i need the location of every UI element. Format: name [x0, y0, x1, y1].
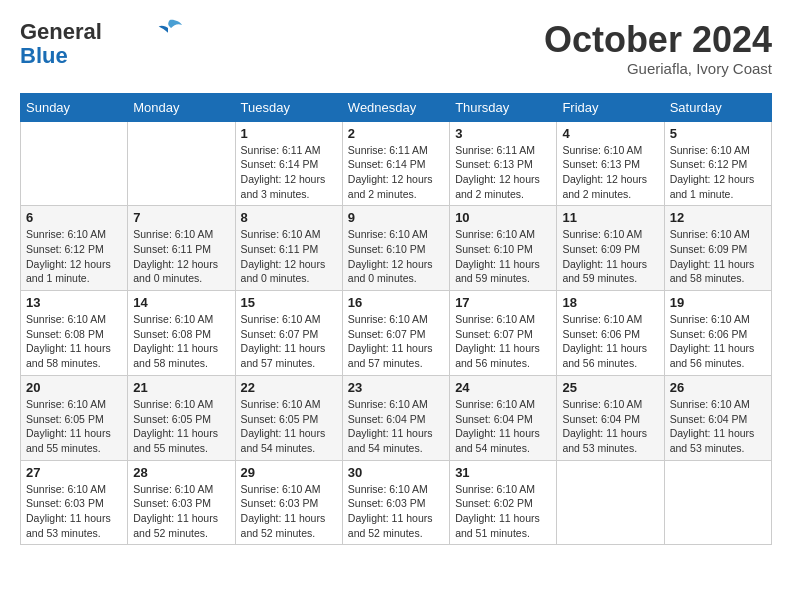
logo-general: General: [20, 19, 102, 44]
location-text: Gueriafla, Ivory Coast: [544, 60, 772, 77]
calendar-cell: 18Sunrise: 6:10 AM Sunset: 6:06 PM Dayli…: [557, 291, 664, 376]
day-info: Sunrise: 6:10 AM Sunset: 6:08 PM Dayligh…: [26, 312, 122, 371]
day-info: Sunrise: 6:10 AM Sunset: 6:10 PM Dayligh…: [455, 227, 551, 286]
weekday-header-saturday: Saturday: [664, 93, 771, 121]
day-number: 12: [670, 210, 766, 225]
day-info: Sunrise: 6:10 AM Sunset: 6:12 PM Dayligh…: [26, 227, 122, 286]
day-info: Sunrise: 6:10 AM Sunset: 6:04 PM Dayligh…: [348, 397, 444, 456]
day-info: Sunrise: 6:10 AM Sunset: 6:06 PM Dayligh…: [670, 312, 766, 371]
day-number: 9: [348, 210, 444, 225]
day-number: 23: [348, 380, 444, 395]
day-info: Sunrise: 6:10 AM Sunset: 6:10 PM Dayligh…: [348, 227, 444, 286]
day-number: 17: [455, 295, 551, 310]
calendar-cell: 19Sunrise: 6:10 AM Sunset: 6:06 PM Dayli…: [664, 291, 771, 376]
logo: General Blue: [20, 20, 182, 68]
day-number: 8: [241, 210, 337, 225]
day-info: Sunrise: 6:10 AM Sunset: 6:07 PM Dayligh…: [241, 312, 337, 371]
day-info: Sunrise: 6:10 AM Sunset: 6:05 PM Dayligh…: [26, 397, 122, 456]
calendar-cell: 20Sunrise: 6:10 AM Sunset: 6:05 PM Dayli…: [21, 375, 128, 460]
day-number: 3: [455, 126, 551, 141]
day-number: 21: [133, 380, 229, 395]
calendar-cell: 9Sunrise: 6:10 AM Sunset: 6:10 PM Daylig…: [342, 206, 449, 291]
weekday-header-row: SundayMondayTuesdayWednesdayThursdayFrid…: [21, 93, 772, 121]
day-info: Sunrise: 6:10 AM Sunset: 6:07 PM Dayligh…: [455, 312, 551, 371]
calendar-cell: 6Sunrise: 6:10 AM Sunset: 6:12 PM Daylig…: [21, 206, 128, 291]
day-number: 30: [348, 465, 444, 480]
day-info: Sunrise: 6:10 AM Sunset: 6:12 PM Dayligh…: [670, 143, 766, 202]
day-number: 1: [241, 126, 337, 141]
calendar-cell: 3Sunrise: 6:11 AM Sunset: 6:13 PM Daylig…: [450, 121, 557, 206]
day-number: 29: [241, 465, 337, 480]
day-number: 2: [348, 126, 444, 141]
calendar-cell: [664, 460, 771, 545]
calendar-cell: 14Sunrise: 6:10 AM Sunset: 6:08 PM Dayli…: [128, 291, 235, 376]
day-number: 5: [670, 126, 766, 141]
day-info: Sunrise: 6:10 AM Sunset: 6:03 PM Dayligh…: [241, 482, 337, 541]
day-number: 25: [562, 380, 658, 395]
calendar-cell: 30Sunrise: 6:10 AM Sunset: 6:03 PM Dayli…: [342, 460, 449, 545]
calendar-cell: 13Sunrise: 6:10 AM Sunset: 6:08 PM Dayli…: [21, 291, 128, 376]
calendar-cell: [557, 460, 664, 545]
day-info: Sunrise: 6:10 AM Sunset: 6:03 PM Dayligh…: [26, 482, 122, 541]
weekday-header-friday: Friday: [557, 93, 664, 121]
day-number: 31: [455, 465, 551, 480]
day-info: Sunrise: 6:10 AM Sunset: 6:04 PM Dayligh…: [562, 397, 658, 456]
calendar-cell: 15Sunrise: 6:10 AM Sunset: 6:07 PM Dayli…: [235, 291, 342, 376]
calendar-cell: 8Sunrise: 6:10 AM Sunset: 6:11 PM Daylig…: [235, 206, 342, 291]
day-number: 14: [133, 295, 229, 310]
calendar-cell: 7Sunrise: 6:10 AM Sunset: 6:11 PM Daylig…: [128, 206, 235, 291]
page-header: General Blue October 2024 Gueriafla, Ivo…: [20, 20, 772, 77]
calendar-cell: 27Sunrise: 6:10 AM Sunset: 6:03 PM Dayli…: [21, 460, 128, 545]
calendar-week-row: 13Sunrise: 6:10 AM Sunset: 6:08 PM Dayli…: [21, 291, 772, 376]
calendar-cell: 25Sunrise: 6:10 AM Sunset: 6:04 PM Dayli…: [557, 375, 664, 460]
day-info: Sunrise: 6:10 AM Sunset: 6:09 PM Dayligh…: [562, 227, 658, 286]
day-number: 24: [455, 380, 551, 395]
calendar-cell: 24Sunrise: 6:10 AM Sunset: 6:04 PM Dayli…: [450, 375, 557, 460]
weekday-header-wednesday: Wednesday: [342, 93, 449, 121]
weekday-header-sunday: Sunday: [21, 93, 128, 121]
calendar-cell: 31Sunrise: 6:10 AM Sunset: 6:02 PM Dayli…: [450, 460, 557, 545]
calendar-cell: 11Sunrise: 6:10 AM Sunset: 6:09 PM Dayli…: [557, 206, 664, 291]
calendar-cell: 12Sunrise: 6:10 AM Sunset: 6:09 PM Dayli…: [664, 206, 771, 291]
logo-blue: Blue: [20, 44, 68, 68]
day-info: Sunrise: 6:10 AM Sunset: 6:02 PM Dayligh…: [455, 482, 551, 541]
calendar-cell: 4Sunrise: 6:10 AM Sunset: 6:13 PM Daylig…: [557, 121, 664, 206]
day-info: Sunrise: 6:11 AM Sunset: 6:14 PM Dayligh…: [241, 143, 337, 202]
calendar-week-row: 6Sunrise: 6:10 AM Sunset: 6:12 PM Daylig…: [21, 206, 772, 291]
calendar-week-row: 27Sunrise: 6:10 AM Sunset: 6:03 PM Dayli…: [21, 460, 772, 545]
calendar-cell: [21, 121, 128, 206]
month-title: October 2024: [544, 20, 772, 60]
weekday-header-thursday: Thursday: [450, 93, 557, 121]
day-info: Sunrise: 6:10 AM Sunset: 6:13 PM Dayligh…: [562, 143, 658, 202]
day-info: Sunrise: 6:10 AM Sunset: 6:05 PM Dayligh…: [241, 397, 337, 456]
day-number: 19: [670, 295, 766, 310]
day-info: Sunrise: 6:10 AM Sunset: 6:11 PM Dayligh…: [241, 227, 337, 286]
day-number: 15: [241, 295, 337, 310]
day-info: Sunrise: 6:10 AM Sunset: 6:04 PM Dayligh…: [670, 397, 766, 456]
calendar-week-row: 20Sunrise: 6:10 AM Sunset: 6:05 PM Dayli…: [21, 375, 772, 460]
weekday-header-monday: Monday: [128, 93, 235, 121]
day-number: 4: [562, 126, 658, 141]
weekday-header-tuesday: Tuesday: [235, 93, 342, 121]
calendar-cell: 10Sunrise: 6:10 AM Sunset: 6:10 PM Dayli…: [450, 206, 557, 291]
day-number: 6: [26, 210, 122, 225]
day-info: Sunrise: 6:10 AM Sunset: 6:03 PM Dayligh…: [348, 482, 444, 541]
calendar-cell: 28Sunrise: 6:10 AM Sunset: 6:03 PM Dayli…: [128, 460, 235, 545]
calendar-cell: 17Sunrise: 6:10 AM Sunset: 6:07 PM Dayli…: [450, 291, 557, 376]
day-info: Sunrise: 6:10 AM Sunset: 6:08 PM Dayligh…: [133, 312, 229, 371]
day-info: Sunrise: 6:11 AM Sunset: 6:14 PM Dayligh…: [348, 143, 444, 202]
calendar-cell: [128, 121, 235, 206]
calendar-cell: 21Sunrise: 6:10 AM Sunset: 6:05 PM Dayli…: [128, 375, 235, 460]
day-number: 11: [562, 210, 658, 225]
day-number: 10: [455, 210, 551, 225]
calendar-cell: 23Sunrise: 6:10 AM Sunset: 6:04 PM Dayli…: [342, 375, 449, 460]
day-number: 16: [348, 295, 444, 310]
day-number: 18: [562, 295, 658, 310]
day-info: Sunrise: 6:10 AM Sunset: 6:04 PM Dayligh…: [455, 397, 551, 456]
calendar-cell: 29Sunrise: 6:10 AM Sunset: 6:03 PM Dayli…: [235, 460, 342, 545]
day-info: Sunrise: 6:10 AM Sunset: 6:09 PM Dayligh…: [670, 227, 766, 286]
day-number: 28: [133, 465, 229, 480]
logo-text: General: [20, 20, 102, 44]
calendar-cell: 26Sunrise: 6:10 AM Sunset: 6:04 PM Dayli…: [664, 375, 771, 460]
day-info: Sunrise: 6:10 AM Sunset: 6:05 PM Dayligh…: [133, 397, 229, 456]
